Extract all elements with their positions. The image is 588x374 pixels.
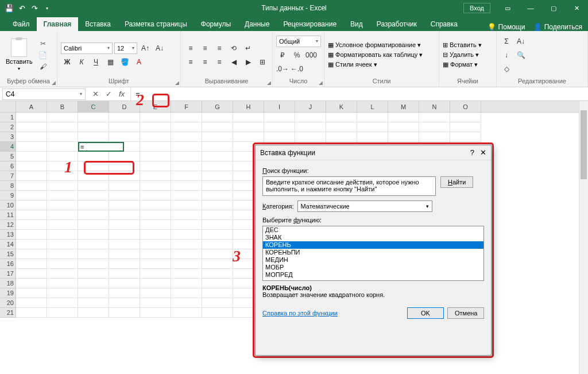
row-header[interactable]: 14 [0, 240, 16, 249]
column-header[interactable]: M [388, 101, 419, 112]
fill-color-icon[interactable]: 🪣 [118, 56, 131, 68]
cell[interactable] [109, 191, 140, 201]
column-header[interactable]: K [326, 101, 357, 112]
cell[interactable] [202, 122, 233, 132]
cell[interactable] [78, 279, 109, 288]
vertical-scrollbar[interactable] [579, 101, 588, 374]
cell[interactable] [140, 298, 171, 308]
row-header[interactable]: 9 [0, 191, 16, 201]
cell[interactable] [202, 308, 233, 318]
cell[interactable] [140, 161, 171, 171]
cell[interactable] [109, 298, 140, 308]
cell[interactable] [140, 191, 171, 201]
currency-icon[interactable]: ₽ [276, 49, 289, 61]
cell[interactable] [419, 113, 450, 122]
cell[interactable] [78, 288, 109, 298]
italic-button[interactable]: К [75, 56, 88, 68]
tab-developer[interactable]: Разработчик [370, 17, 424, 31]
cell[interactable] [202, 298, 233, 308]
cell[interactable] [419, 132, 450, 142]
increase-decimal-icon[interactable]: .0→ [276, 63, 289, 75]
tab-data[interactable]: Данные [238, 17, 276, 31]
cell[interactable] [47, 269, 78, 279]
cell[interactable] [264, 122, 295, 132]
cell[interactable] [47, 161, 78, 171]
cell[interactable] [140, 152, 171, 161]
formula-bar[interactable]: = [130, 87, 588, 101]
cell[interactable] [202, 113, 233, 122]
clipboard-launcher-icon[interactable]: ◢ [52, 80, 56, 86]
cell[interactable] [140, 201, 171, 210]
cell[interactable] [47, 122, 78, 132]
ribbon-options-icon[interactable]: ▭ [496, 0, 519, 16]
cell[interactable] [47, 171, 78, 181]
align-bottom-icon[interactable]: ≡ [213, 43, 226, 54]
row-header[interactable]: 15 [0, 249, 16, 259]
tab-formulas[interactable]: Формулы [194, 17, 238, 31]
row-header[interactable]: 13 [0, 230, 16, 240]
cell[interactable] [78, 298, 109, 308]
cell[interactable] [140, 279, 171, 288]
column-header[interactable]: B [47, 101, 78, 112]
cell[interactable] [16, 279, 47, 288]
cell[interactable] [171, 249, 202, 259]
cell[interactable] [202, 161, 233, 171]
function-list-item[interactable]: ЗНАК [263, 234, 483, 241]
cell[interactable] [171, 259, 202, 269]
cell[interactable] [202, 142, 233, 152]
increase-font-icon[interactable]: A↑ [139, 43, 152, 54]
font-name-combo[interactable]: Calibri▾ [61, 43, 113, 54]
cell[interactable] [171, 279, 202, 288]
function-list-item[interactable]: МОБР [263, 264, 483, 271]
percent-icon[interactable]: % [291, 49, 303, 61]
ok-button[interactable]: OK [407, 307, 444, 319]
cell[interactable] [78, 132, 109, 142]
cell[interactable] [140, 259, 171, 269]
column-header[interactable]: A [16, 101, 47, 112]
align-center-icon[interactable]: ≡ [199, 56, 211, 68]
cell[interactable] [47, 259, 78, 269]
function-list-item[interactable]: КОРЕНЬ [263, 241, 483, 249]
cell[interactable] [295, 113, 326, 122]
cell[interactable] [171, 201, 202, 210]
cell[interactable] [171, 122, 202, 132]
cell[interactable] [16, 122, 47, 132]
cell[interactable] [171, 191, 202, 201]
share-button[interactable]: 👤 Поделиться [533, 23, 582, 31]
cell[interactable] [16, 288, 47, 298]
cell[interactable] [202, 201, 233, 210]
tab-home[interactable]: Главная [37, 17, 79, 31]
tab-review[interactable]: Рецензирование [276, 17, 343, 31]
cell[interactable] [388, 132, 419, 142]
cell[interactable] [109, 240, 140, 249]
cell[interactable] [202, 249, 233, 259]
row-header[interactable]: 12 [0, 220, 16, 230]
row-header[interactable]: 16 [0, 259, 16, 269]
cell[interactable] [171, 288, 202, 298]
cell[interactable] [16, 113, 47, 122]
cell[interactable] [171, 308, 202, 318]
row-header[interactable]: 17 [0, 269, 16, 279]
cell[interactable] [450, 132, 481, 142]
cell[interactable] [16, 152, 47, 161]
cell[interactable] [109, 161, 140, 171]
function-list-item[interactable]: КОРЕНЬПИ [263, 249, 483, 256]
format-painter-icon[interactable]: 🖌 [37, 61, 49, 72]
cell[interactable] [140, 230, 171, 240]
cell[interactable] [109, 259, 140, 269]
cell[interactable] [78, 113, 109, 122]
cell[interactable] [78, 230, 109, 240]
underline-button[interactable]: Ч [90, 56, 102, 68]
cell[interactable] [171, 161, 202, 171]
cell[interactable] [16, 230, 47, 240]
row-header[interactable]: 21 [0, 308, 16, 318]
redo-icon[interactable]: ↷ [30, 3, 39, 13]
cell[interactable] [16, 308, 47, 318]
cell[interactable] [47, 240, 78, 249]
cell[interactable] [16, 191, 47, 201]
row-header[interactable]: 10 [0, 201, 16, 210]
bold-button[interactable]: Ж [61, 56, 74, 68]
cell[interactable] [47, 191, 78, 201]
undo-icon[interactable]: ↶ [17, 3, 26, 13]
cell[interactable] [78, 201, 109, 210]
